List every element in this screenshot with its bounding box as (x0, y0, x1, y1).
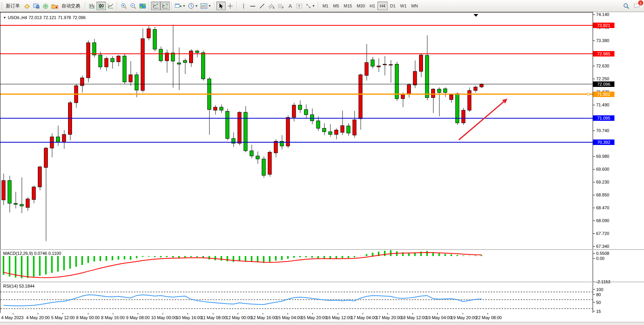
candle-body (123, 56, 126, 82)
clock-icon (188, 3, 194, 9)
time-tick (13, 313, 13, 314)
zoom-in-button[interactable] (119, 2, 128, 10)
timeframe-M1[interactable]: M1 (320, 2, 331, 10)
price-badge: 72.096 (593, 81, 614, 87)
vertical-line-button[interactable] (239, 2, 248, 10)
toolbar-separator (214, 2, 215, 10)
price-badge: 71.802 (593, 92, 614, 97)
timeframe-M30[interactable]: M30 (354, 2, 367, 10)
candle-body (117, 56, 120, 62)
equidistant-channel-button[interactable]: E (267, 2, 276, 10)
price-tick (593, 182, 595, 182)
candle-body (86, 43, 90, 78)
candle-body (195, 51, 199, 53)
time-label: 4 May 2023 (1, 315, 23, 320)
autotrading-button[interactable]: 自动交易 (50, 2, 83, 10)
main-chart-canvas[interactable] (0, 12, 593, 249)
periods-button[interactable]: ▼ (187, 2, 199, 10)
trendline-button[interactable] (258, 2, 267, 10)
timeframe-MN[interactable]: MN (409, 2, 420, 10)
chart-window-icon[interactable] (22, 2, 32, 10)
candle-body (135, 75, 139, 90)
price-tick (593, 66, 595, 66)
rsi-canvas[interactable] (0, 283, 593, 313)
fibonacci-icon: F (277, 3, 284, 9)
radar-icon (42, 3, 49, 9)
timeframe-M15[interactable]: M15 (341, 2, 354, 10)
time-tick (263, 313, 263, 314)
text-label-button[interactable]: T (295, 2, 304, 10)
trend-arrow[interactable] (459, 101, 505, 140)
candle-body (292, 105, 296, 118)
candle-body (432, 89, 435, 98)
candle-body (449, 95, 453, 100)
rsi-axis-tick (593, 289, 595, 290)
timeframe-H4[interactable]: H4 (377, 2, 388, 10)
rsi-axis-label: 50 (596, 300, 601, 305)
timeframe-D1[interactable]: D1 (388, 2, 398, 10)
time-axis[interactable]: 4 May 20234 May 20:005 May 12:008 May 00… (0, 313, 644, 322)
macd-axis-label: -2.1153 (596, 279, 611, 284)
price-tick (593, 14, 595, 15)
notifications-button[interactable]: 1 (632, 2, 642, 10)
candle-body (274, 141, 277, 153)
tile-windows-button[interactable] (138, 2, 147, 10)
price-tick-label: 73.380 (596, 38, 609, 43)
candle-body (335, 130, 338, 134)
candle-body (183, 60, 187, 62)
candle-body (111, 58, 114, 62)
candle-body (316, 121, 320, 128)
new-order-button[interactable]: 新订单 (4, 2, 22, 10)
toolbar: 新订单 自动交易 (0, 0, 644, 12)
horizontal-line-button[interactable] (248, 2, 258, 10)
text-button[interactable]: A (286, 2, 295, 10)
navigator-button[interactable] (41, 2, 50, 10)
indicators-icon (200, 3, 207, 9)
new-chart-button[interactable]: ▼ (174, 2, 187, 10)
mt4-window: 新订单 自动交易 (0, 0, 644, 325)
timeframe-H1[interactable]: H1 (367, 2, 377, 10)
candle-body (190, 51, 193, 63)
candle-body (401, 95, 405, 99)
candle-body (340, 125, 344, 132)
crosshair-button[interactable] (226, 2, 235, 10)
cursor-button[interactable] (216, 2, 226, 10)
line-chart-button[interactable] (106, 2, 115, 10)
price-badge: 71.095 (593, 115, 614, 121)
timeframe-M5[interactable]: M5 (331, 2, 341, 10)
search-button[interactable] (621, 2, 631, 10)
macd-axis-tick (593, 282, 595, 282)
zoom-out-button[interactable] (128, 2, 138, 10)
dropdown-caret-icon: ▼ (182, 4, 186, 8)
chart-shift-icon (162, 3, 168, 9)
market-watch-button[interactable] (32, 2, 41, 10)
price-badge: 70.392 (593, 140, 614, 145)
candle-body (462, 110, 465, 123)
autoscroll-button[interactable] (151, 2, 160, 10)
yellow-ticket-icon (24, 3, 30, 9)
candlestick-chart-button[interactable] (97, 2, 106, 10)
time-label: 18 May 12:00 (401, 315, 427, 320)
candlestick-icon (98, 3, 104, 9)
candle-body (419, 55, 423, 71)
line-handle[interactable] (587, 93, 590, 95)
chart-shift-button[interactable] (160, 2, 170, 10)
toolbar-grip[interactable] (1, 2, 2, 10)
price-tick (593, 79, 595, 79)
candle-body (20, 204, 23, 206)
time-label: 10 May 00:00 (151, 315, 177, 320)
chart-marker-icon (474, 14, 478, 17)
bar-chart-button[interactable] (87, 2, 97, 10)
macd-signal-line (4, 253, 481, 278)
time-label: 12 May 00:00 (226, 315, 252, 320)
indicators-button[interactable]: ▼ (199, 2, 212, 10)
time-tick (288, 313, 288, 314)
timeframe-W1[interactable]: W1 (398, 2, 409, 10)
candle-body (14, 203, 18, 205)
candle-body (353, 120, 356, 135)
fibonacci-button[interactable]: F (276, 2, 286, 10)
time-tick (113, 313, 113, 314)
price-tick-label: 69.980 (596, 154, 609, 159)
macd-canvas[interactable] (0, 250, 593, 282)
arrows-button[interactable]: ▼ (304, 2, 316, 10)
